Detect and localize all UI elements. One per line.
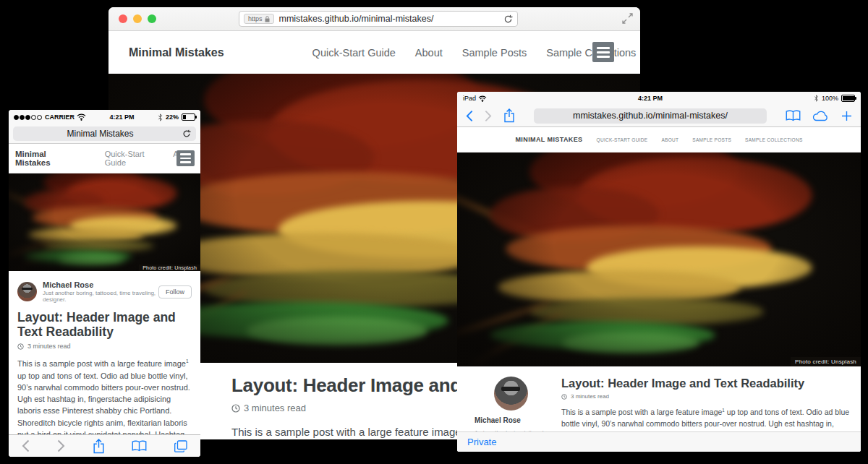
share-icon[interactable]	[93, 439, 105, 454]
iphone-status-bar: CARRIER 4:21 PM 22%	[9, 110, 200, 124]
safari-toolbar: mmistakes.github.io/minimal-mistakes/	[457, 105, 861, 127]
author-row: Michael Rose Just another boring, tattoo…	[17, 280, 192, 303]
follow-button[interactable]: Follow	[158, 285, 192, 298]
private-browsing-bar: Private	[457, 431, 861, 452]
clock-icon	[17, 343, 24, 350]
browser-chrome: https mmistakes.github.io/minimal-mistak…	[109, 7, 640, 31]
forward-icon[interactable]	[57, 439, 65, 452]
https-badge: https	[244, 14, 274, 24]
battery-percent: 100%	[822, 95, 838, 102]
battery-icon	[182, 113, 195, 121]
back-icon[interactable]	[22, 439, 30, 452]
post-title: Layout: Header Image and Text Readabilit…	[561, 377, 861, 390]
photo-credit-label: Photo credit: Unsplash	[139, 265, 200, 271]
new-tab-icon[interactable]	[841, 111, 852, 121]
header-feature-image: Photo credit: Unsplash	[9, 173, 200, 271]
icloud-tabs-icon[interactable]	[812, 110, 830, 121]
nav-link-sample-posts[interactable]: Sample Posts	[462, 47, 527, 59]
zoom-window-button[interactable]	[148, 14, 156, 23]
window-controls	[119, 14, 156, 23]
private-button[interactable]: Private	[467, 437, 496, 447]
clock-icon	[561, 394, 567, 400]
post-meta: 3 minutes read	[561, 393, 861, 400]
minimize-window-button[interactable]	[133, 14, 142, 23]
battery-icon	[841, 95, 855, 102]
status-time: 4:21 PM	[487, 95, 814, 102]
battery-percent: 22%	[166, 113, 179, 121]
site-title-link[interactable]: Minimal Mistakes	[15, 150, 80, 167]
safari-bottom-toolbar	[9, 434, 200, 457]
address-bar[interactable]: https mmistakes.github.io/minimal-mistak…	[239, 11, 518, 27]
url-text: mmistakes.github.io/minimal-mistakes/	[279, 14, 503, 24]
author-avatar	[494, 377, 528, 411]
nav-link-quick-start[interactable]: Quick-Start Guide	[312, 47, 396, 59]
https-label: https	[248, 15, 263, 22]
menu-toggle-icon[interactable]	[176, 150, 195, 166]
nav-link-about[interactable]: About	[661, 137, 678, 142]
signal-strength-icon	[14, 113, 43, 121]
nav-link-about[interactable]: About	[415, 47, 443, 59]
post-content: Michael Rose Just another boring, tattoo…	[9, 271, 200, 457]
read-time: 3 minutes read	[27, 343, 71, 350]
nav-link-quick-start[interactable]: Quick-Start Guide	[597, 137, 648, 142]
ipad-safari-window: iPad 4:21 PM 100% mmistakes.github.io/mi…	[457, 92, 861, 452]
status-time: 4:21 PM	[86, 113, 158, 121]
bluetooth-icon	[814, 95, 819, 102]
back-icon[interactable]	[466, 110, 473, 122]
nav-link-sample-posts[interactable]: Sample Posts	[692, 137, 731, 142]
tabs-icon[interactable]	[174, 440, 187, 452]
author-bio: Just another boring, tattooed, time trav…	[43, 290, 158, 303]
bluetooth-icon	[158, 113, 163, 121]
site-nav: Quick-Start Guide About Sample Posts Sam…	[312, 47, 637, 59]
site-title-link[interactable]: Minimal Mistakes	[129, 46, 224, 59]
nav-link-sample-collections[interactable]: Sample Collections	[546, 47, 636, 59]
site-masthead-tablet: Minimal Mistakes Quick-Start Guide About…	[457, 127, 861, 152]
post-title: Layout: Header Image and Text Readabilit…	[17, 310, 184, 339]
reload-icon[interactable]	[182, 129, 191, 138]
read-time: 3 minutes read	[571, 393, 609, 400]
device-label: iPad	[463, 95, 476, 102]
menu-toggle-icon[interactable]	[592, 42, 614, 62]
wifi-icon	[77, 113, 86, 121]
photo-credit-label: Photo credit: Unsplash	[791, 357, 861, 366]
iphone-address-field[interactable]: Minimal Mistakes	[13, 126, 196, 141]
carrier-label: CARRIER	[45, 113, 75, 121]
nav-link-quick-start[interactable]: Quick-Start Guide	[105, 150, 163, 167]
wifi-icon	[478, 95, 487, 102]
ipad-status-bar: iPad 4:21 PM 100%	[457, 92, 861, 105]
read-time: 3 minutes read	[244, 403, 306, 413]
nav-link-sample-collections[interactable]: Sample Collections	[745, 137, 802, 142]
reload-icon[interactable]	[503, 14, 513, 24]
close-window-button[interactable]	[119, 14, 127, 23]
author-name: Michael Rose	[475, 416, 521, 424]
post-meta: 3 minutes read	[17, 343, 192, 350]
iphone-url-row: Minimal Mistakes	[9, 124, 200, 144]
clock-icon	[231, 404, 240, 413]
author-name: Michael Rose	[43, 280, 158, 289]
site-masthead-mobile: Minimal Mistakes Quick-Start Guide About	[9, 144, 200, 173]
fullscreen-icon[interactable]	[622, 13, 633, 24]
share-icon[interactable]	[503, 108, 515, 123]
header-feature-image: Photo credit: Unsplash	[457, 152, 861, 366]
footnote-ref[interactable]: 1	[186, 359, 189, 364]
author-avatar	[17, 282, 37, 301]
lock-icon	[265, 16, 270, 22]
iphone-safari-window: CARRIER 4:21 PM 22% Minimal Mistakes Min…	[9, 110, 200, 457]
ipad-address-field[interactable]: mmistakes.github.io/minimal-mistakes/	[534, 108, 767, 124]
site-masthead: Minimal Mistakes Quick-Start Guide About…	[109, 31, 640, 74]
forward-icon[interactable]	[485, 110, 492, 122]
bookmarks-icon[interactable]	[132, 440, 147, 452]
site-title-link[interactable]: Minimal Mistakes	[515, 136, 582, 143]
bookmarks-icon[interactable]	[786, 110, 801, 121]
